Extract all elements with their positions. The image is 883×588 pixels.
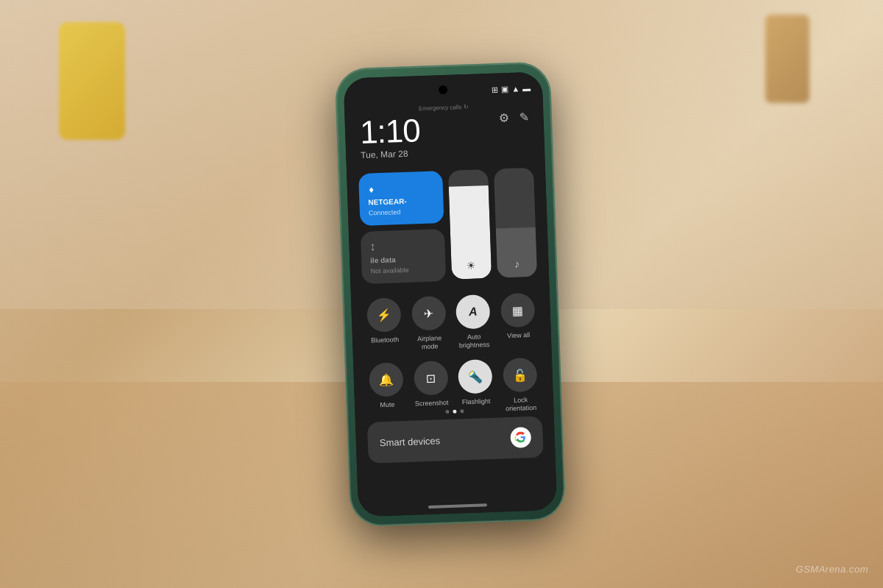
google-icon: [510, 427, 531, 448]
toggle-screenshot[interactable]: ⊡ Screenshot: [410, 361, 453, 417]
bg-right-cylinder: [765, 15, 809, 103]
top-right-controls: ⚙ ✎: [498, 110, 529, 125]
volume-slider[interactable]: ♪: [494, 168, 537, 278]
clock-time: 1:10: [359, 114, 420, 149]
wifi-tile[interactable]: ⬧ NETGEAR- Connected: [358, 171, 444, 226]
dot-3: [460, 409, 464, 413]
battery-icon: ▬: [522, 84, 531, 93]
edit-icon[interactable]: ✎: [519, 110, 529, 124]
toggle-flashlight[interactable]: 🔦 Flashlight: [454, 359, 497, 415]
auto-brightness-circle: A: [455, 294, 491, 330]
dot-2: [453, 410, 456, 414]
toggle-bluetooth[interactable]: ⚡ Bluetooth: [363, 297, 406, 353]
screen-rec-icon: ▣: [501, 84, 508, 93]
mobile-tile-name: ile data: [370, 254, 436, 264]
lock-orientation-circle: 🔓: [503, 358, 538, 393]
airplane-label: Airplane mode: [408, 334, 450, 352]
airplane-icon: ✈: [424, 306, 434, 320]
toggle-lock-orientation[interactable]: 🔓 Lock orientation: [498, 358, 542, 414]
flashlight-icon: 🔦: [468, 369, 483, 384]
screenshot-label: Screenshot: [415, 399, 449, 408]
volume-icon: ♪: [514, 258, 520, 269]
mute-icon: 🔔: [379, 372, 394, 387]
toggle-auto-brightness[interactable]: A Auto brightness: [452, 294, 495, 350]
toggle-grid-1: ⚡ Bluetooth ✈ Airplane mode A Auto br: [363, 293, 539, 353]
mobile-tile[interactable]: ↕ ile data Not available: [361, 229, 446, 284]
wifi-tile-status: Connected: [369, 207, 435, 216]
screenshot-circle: ⊡: [414, 361, 449, 396]
time-display: 1:10 Tue, Mar 28: [359, 114, 421, 160]
sliders-area: ☀ ♪: [448, 168, 537, 281]
status-icons: ⊞ ▣ ▲ ▬: [492, 83, 531, 94]
phone-shell: ⊞ ▣ ▲ ▬ Emergency calls ↻ 1:10 Tue, Mar …: [336, 63, 564, 526]
smart-devices-label: Smart devices: [380, 435, 441, 448]
mute-circle: 🔔: [369, 362, 404, 397]
smart-devices-tile[interactable]: Smart devices: [367, 417, 544, 464]
mute-label: Mute: [380, 401, 394, 409]
sim-icon: ⊞: [492, 85, 498, 94]
wifi-tile-icon: ⬧: [367, 180, 434, 195]
toggle-view-all[interactable]: ▦ View all: [496, 293, 539, 349]
flashlight-circle: 🔦: [458, 359, 493, 394]
flashlight-label: Flashlight: [462, 397, 491, 406]
mobile-tile-icon: ↕: [369, 238, 436, 253]
brightness-icon: ☀: [467, 260, 477, 272]
left-tiles: ⬧ NETGEAR- Connected ↕ ile data Not avai…: [358, 171, 446, 284]
auto-brightness-icon: A: [469, 305, 478, 319]
volume-fill: [496, 227, 537, 277]
quick-tiles-area: ⬧ NETGEAR- Connected ↕ ile data Not avai…: [358, 168, 537, 284]
dot-1: [445, 410, 449, 414]
bluetooth-circle: ⚡: [366, 297, 402, 333]
phone-screen: ⊞ ▣ ▲ ▬ Emergency calls ↻ 1:10 Tue, Mar …: [344, 71, 558, 517]
toggle-mute[interactable]: 🔔 Mute: [365, 362, 408, 418]
bluetooth-icon: ⚡: [377, 308, 392, 322]
brightness-slider[interactable]: ☀: [448, 169, 492, 280]
watermark: GSMArena.com: [796, 564, 868, 575]
wifi-icon: ▲: [511, 84, 519, 93]
toggle-airplane[interactable]: ✈ Airplane mode: [407, 296, 450, 352]
clock-date: Tue, Mar 28: [361, 148, 421, 160]
view-all-label: View all: [507, 331, 530, 340]
bluetooth-label: Bluetooth: [371, 336, 399, 344]
screenshot-icon: ⊡: [426, 371, 436, 385]
airplane-circle: ✈: [411, 296, 447, 331]
auto-brightness-label: Auto brightness: [453, 333, 495, 350]
view-all-circle: ▦: [500, 293, 536, 328]
bg-yellow-cylinder: [59, 22, 125, 140]
mobile-tile-status: Not available: [371, 265, 437, 274]
wifi-tile-name: NETGEAR-: [368, 196, 434, 206]
lock-orientation-icon: 🔓: [512, 368, 528, 383]
settings-icon[interactable]: ⚙: [498, 111, 509, 125]
view-all-icon: ▦: [512, 303, 524, 318]
